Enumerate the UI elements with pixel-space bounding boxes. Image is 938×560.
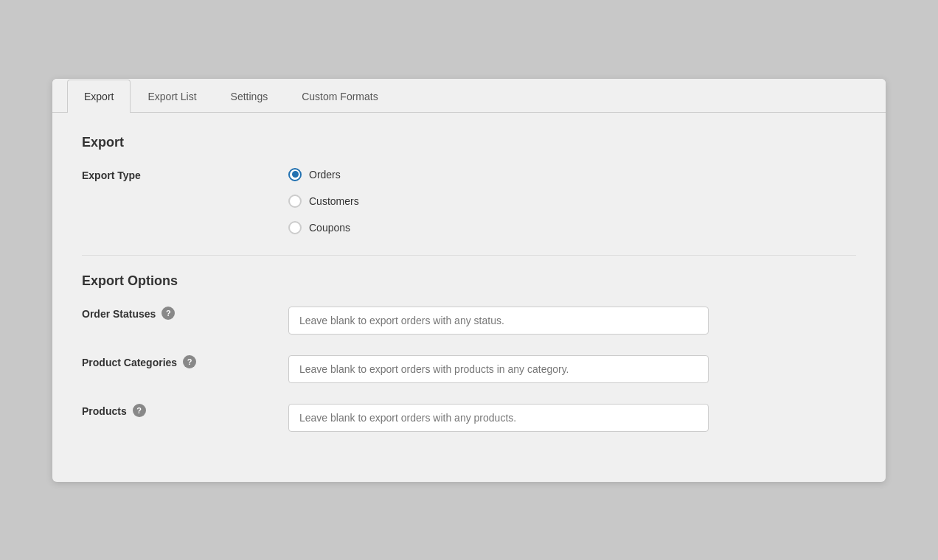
radio-customers[interactable] bbox=[288, 195, 302, 208]
order-statuses-input[interactable] bbox=[288, 307, 709, 335]
products-label: Products bbox=[82, 404, 127, 417]
section-divider bbox=[82, 255, 856, 256]
radio-orders[interactable] bbox=[288, 168, 302, 181]
radio-coupons-label: Coupons bbox=[309, 222, 350, 234]
product-categories-input[interactable] bbox=[288, 355, 709, 383]
product-categories-label: Product Categories bbox=[82, 355, 177, 368]
products-input[interactable] bbox=[288, 404, 709, 432]
radio-customers-label: Customers bbox=[309, 195, 359, 207]
tab-export[interactable]: Export bbox=[67, 80, 131, 113]
tab-content: Export Export Type Orders Customers bbox=[52, 113, 886, 482]
product-categories-row: Product Categories ? bbox=[82, 355, 856, 383]
order-statuses-label: Order Statuses bbox=[82, 307, 156, 320]
export-type-field: Orders Customers Coupons bbox=[288, 168, 709, 234]
products-row: Products ? bbox=[82, 404, 856, 432]
tab-bar: Export Export List Settings Custom Forma… bbox=[52, 79, 886, 113]
export-section-title: Export bbox=[82, 135, 856, 150]
product-categories-field bbox=[288, 355, 709, 383]
main-panel: Export Export List Settings Custom Forma… bbox=[52, 79, 886, 482]
product-categories-label-group: Product Categories ? bbox=[82, 355, 288, 368]
export-type-radio-group: Orders Customers Coupons bbox=[288, 168, 709, 234]
order-statuses-row: Order Statuses ? bbox=[82, 307, 856, 335]
products-label-group: Products ? bbox=[82, 404, 288, 417]
radio-coupons[interactable] bbox=[288, 221, 302, 234]
radio-option-customers[interactable]: Customers bbox=[288, 195, 709, 208]
tab-custom-formats[interactable]: Custom Formats bbox=[285, 80, 395, 113]
order-statuses-field bbox=[288, 307, 709, 335]
order-statuses-label-group: Order Statuses ? bbox=[82, 307, 288, 320]
products-help-icon[interactable]: ? bbox=[133, 404, 146, 417]
export-type-label: Export Type bbox=[82, 168, 288, 181]
tab-export-list[interactable]: Export List bbox=[131, 80, 213, 113]
export-type-row: Export Type Orders Customers bbox=[82, 168, 856, 234]
export-options-section: Export Options Order Statuses ? Product … bbox=[82, 273, 856, 432]
radio-orders-label: Orders bbox=[309, 169, 341, 181]
order-statuses-help-icon[interactable]: ? bbox=[161, 307, 175, 320]
product-categories-help-icon[interactable]: ? bbox=[183, 355, 196, 368]
tab-settings[interactable]: Settings bbox=[214, 80, 285, 113]
export-options-title: Export Options bbox=[82, 273, 856, 289]
radio-option-coupons[interactable]: Coupons bbox=[288, 221, 709, 234]
products-field bbox=[288, 404, 709, 432]
radio-option-orders[interactable]: Orders bbox=[288, 168, 709, 181]
radio-orders-dot bbox=[292, 171, 299, 178]
